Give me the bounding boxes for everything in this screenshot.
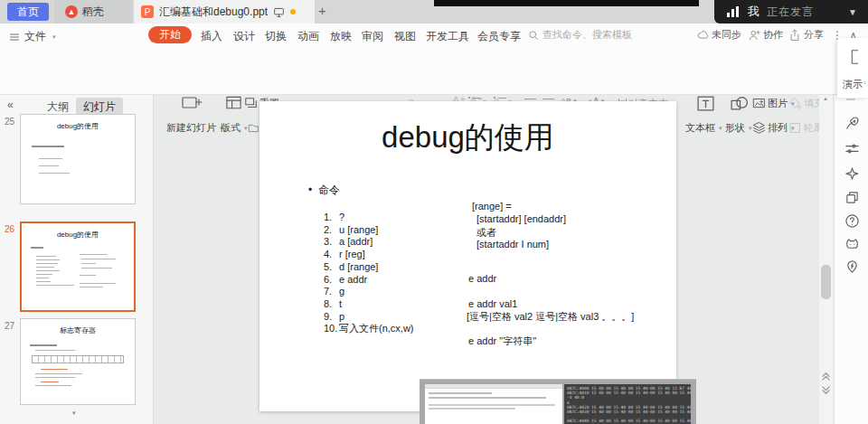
slide-thumbnail-26[interactable]: debug的使用 xyxy=(20,221,136,312)
command-item: 6.e addr xyxy=(324,274,414,287)
tab-view[interactable]: 视图 xyxy=(394,29,416,44)
note-range-eq: [range] = xyxy=(472,201,512,212)
layout-button[interactable]: 版式▾ xyxy=(221,121,248,135)
slide-number: 27 xyxy=(5,321,14,331)
tab-insert[interactable]: 插入 xyxy=(201,29,222,44)
present-label: 演示 xyxy=(843,78,863,91)
duplicate-window-icon[interactable] xyxy=(844,190,860,205)
collaborate-button[interactable]: 协作 xyxy=(748,28,783,42)
new-tab-button[interactable]: + xyxy=(318,3,326,18)
slide-thumbnail-27[interactable]: 标志寄存器 xyxy=(20,318,136,405)
command-item: 7.g xyxy=(324,286,414,298)
collaborate-icon xyxy=(748,29,760,42)
arrange-icon xyxy=(752,121,766,135)
present-tools-panel[interactable]: 演示 › xyxy=(837,38,868,98)
meeting-status: 正在发言 xyxy=(767,5,814,20)
hamburger-icon xyxy=(9,32,20,42)
command-item: 9.p xyxy=(324,311,414,324)
preview-window-light xyxy=(425,384,562,424)
tab-transition[interactable]: 切换 xyxy=(265,29,287,44)
chevron-down-icon: ▾ xyxy=(52,33,56,41)
shapes-icon[interactable] xyxy=(730,94,749,113)
tab-member[interactable]: 会员专享 xyxy=(477,29,521,44)
tab-slideshow[interactable]: 放映 xyxy=(330,29,352,44)
terminal-row: 0B7C:4030 15 40 00 15 40 00 15 40-00 15 … xyxy=(567,410,688,414)
tab-design[interactable]: 设计 xyxy=(233,29,255,44)
fill-icon xyxy=(788,97,802,110)
slide-thumbnail-25[interactable]: debug的使用 xyxy=(20,114,136,204)
note-range-or: 或者 xyxy=(476,226,496,240)
textbox-button[interactable]: 文本框▾ xyxy=(685,121,722,135)
slide-panel: « 大纲 幻灯片 25 debug的使用 26 debug的使用 27 标志寄存… xyxy=(0,95,154,424)
file-menu[interactable]: 文件 ▾ xyxy=(9,29,56,44)
slide-bullet[interactable]: • 命令 xyxy=(308,183,340,198)
ribbon-toolbar: 粘贴▾ 剪切 复制 格式刷 当页开始▾ 新建幻灯片▾ 版式▾ 重置 节▾ ▾ 0… xyxy=(0,45,868,95)
tips-pin-icon[interactable] xyxy=(844,259,860,275)
share-button[interactable]: 分享 xyxy=(788,28,824,42)
layout-icon[interactable] xyxy=(225,95,242,111)
previous-slide-icon[interactable] xyxy=(821,371,831,381)
note-range-line2: [startaddr I num] xyxy=(476,239,549,250)
meeting-overlay[interactable]: 我 正在发言 ▼ xyxy=(714,0,868,24)
note-e-addr: e addr xyxy=(468,273,496,284)
share-icon xyxy=(788,29,801,42)
tab-home[interactable]: 开始 xyxy=(148,26,192,43)
present-expand-icon[interactable]: › xyxy=(863,79,866,87)
chevron-down-icon[interactable]: ▼ xyxy=(848,7,857,17)
tab-review[interactable]: 审阅 xyxy=(362,29,383,44)
share-screen-icon[interactable] xyxy=(273,6,285,18)
new-slide-icon[interactable] xyxy=(181,93,203,113)
textbox-icon[interactable] xyxy=(696,94,715,113)
document-title: 汇编基础和debug0.ppt xyxy=(159,5,268,20)
command-item: 3.a [addr] xyxy=(324,236,414,249)
command-item: 4.r [reg] xyxy=(324,249,414,261)
outline-icon xyxy=(788,121,802,135)
efficiency-rocket-icon[interactable] xyxy=(844,116,860,131)
command-item: 1.? xyxy=(324,212,414,224)
present-bracket-icon xyxy=(848,49,861,65)
sync-status-button[interactable]: 未同步 xyxy=(696,28,741,42)
cloud-unsync-icon xyxy=(696,29,709,42)
docer-tab[interactable]: ▲ 稻壳 xyxy=(54,0,132,24)
command-search-input[interactable]: 查找命令、搜索模板 xyxy=(528,27,646,42)
note-e-addr-str: e addr "字符串" xyxy=(468,334,536,348)
overlay-edge-strip xyxy=(434,0,699,6)
rail-handle[interactable] xyxy=(846,99,855,100)
help-icon[interactable] xyxy=(844,213,860,229)
picture-icon xyxy=(752,97,766,110)
document-tab[interactable]: P 汇编基础和debug0.ppt xyxy=(134,0,315,24)
terminal-row: 0B7C:4040 15 40 00 15 40 00 15 40-00 15 … xyxy=(567,419,688,423)
shapes-button[interactable]: 形状▾ xyxy=(725,121,752,135)
terminal-row: 0B7C:4010 15 40 00 15 40 00 15 40-00 15 … xyxy=(567,391,688,395)
home-button[interactable]: 首页 xyxy=(7,3,49,21)
screen-share-preview[interactable]: 0B7C:4000 15 40 00 15 40 00 15 40-00 15 … xyxy=(420,379,696,424)
properties-sliders-icon[interactable] xyxy=(844,141,860,156)
new-slide-button[interactable]: 新建幻灯片▾ xyxy=(166,121,223,135)
unsaved-dot xyxy=(290,9,296,14)
note-e-addr-val: e addr val1 xyxy=(468,298,517,309)
slide-title[interactable]: debug的使用 xyxy=(259,118,676,158)
panel-scroll-hint: ▾ xyxy=(72,410,76,417)
preview-window-terminal: 0B7C:4000 15 40 00 15 40 00 15 40-00 15 … xyxy=(564,384,691,424)
tab-animation[interactable]: 动画 xyxy=(297,29,319,44)
command-item: 8.t xyxy=(324,298,414,311)
scrollbar-thumb[interactable] xyxy=(821,265,831,299)
scroll-up-icon[interactable]: ▲ xyxy=(823,96,828,101)
search-icon xyxy=(528,30,539,41)
wps-presentation-icon: P xyxy=(141,5,154,18)
service-icon[interactable] xyxy=(844,236,860,251)
tab-devtools[interactable]: 开发工具 xyxy=(426,29,469,44)
section-icon xyxy=(248,122,259,134)
docer-icon: ▲ xyxy=(65,5,78,18)
speaking-volume-icon xyxy=(727,6,739,17)
reset-icon xyxy=(244,97,258,110)
vertical-scrollbar[interactable]: ▲ xyxy=(819,95,833,424)
right-tool-rail xyxy=(834,95,868,424)
slide-canvas[interactable]: debug的使用 • 命令 1.?2.u [range]3.a [addr]4.… xyxy=(259,101,676,411)
next-slide-icon[interactable] xyxy=(821,386,831,396)
command-list[interactable]: 1.?2.u [range]3.a [addr]4.r [reg]5.d [ra… xyxy=(324,212,414,335)
magic-star-icon[interactable] xyxy=(844,166,860,182)
command-item: 2.u [range] xyxy=(324,224,414,237)
meeting-speaker: 我 xyxy=(748,4,760,20)
collapse-panel-icon[interactable]: « xyxy=(7,99,14,111)
